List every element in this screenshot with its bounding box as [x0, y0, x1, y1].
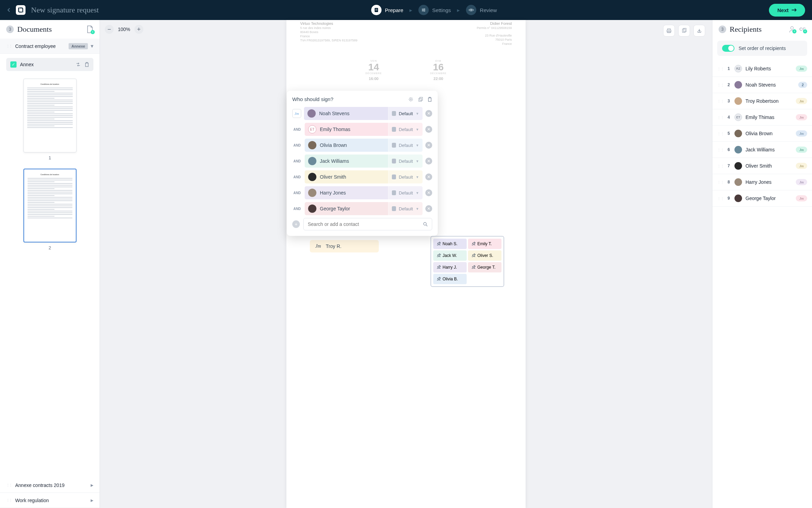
- document-item[interactable]: ⋮⋮ Annexe contracts 2019 ▸: [0, 478, 100, 493]
- signer-main[interactable]: ET Emily Thomas Default ▼: [305, 123, 423, 136]
- documents-panel: 3 Documents + ⋮⋮ Contract employee Annex…: [0, 20, 100, 508]
- signer-name: Emily Thomas: [320, 127, 350, 132]
- plus-icon: +: [803, 29, 807, 33]
- step-review[interactable]: Review: [466, 5, 497, 15]
- print-button[interactable]: [663, 25, 675, 37]
- signer-main[interactable]: George Taylor Default ▼: [305, 202, 423, 215]
- signer-default-dropdown[interactable]: Default ▼: [388, 155, 423, 168]
- drag-handle-icon[interactable]: ⋮⋮: [717, 180, 724, 184]
- back-arrow-icon[interactable]: [7, 8, 10, 12]
- remove-signer-button[interactable]: ✕: [425, 126, 432, 133]
- add-signer-button[interactable]: +: [292, 220, 300, 228]
- recipient-row[interactable]: ⋮⋮ 9 George Taylor Jm: [712, 190, 812, 207]
- sig-cell-jack[interactable]: ﬆJack W.: [433, 250, 467, 261]
- drag-handle-icon[interactable]: ⋮⋮: [717, 116, 724, 119]
- annex-item[interactable]: ✓ Annex: [6, 58, 93, 71]
- trash-icon[interactable]: [427, 97, 432, 102]
- recipients-title: Recipients: [730, 25, 762, 34]
- zoom-out-button[interactable]: −: [105, 25, 114, 34]
- add-document-button[interactable]: +: [87, 25, 93, 33]
- remove-signer-button[interactable]: ✕: [425, 110, 432, 117]
- signer-search-input[interactable]: [303, 218, 432, 230]
- document-item[interactable]: ⋮⋮ Work regulation ▸: [0, 493, 100, 508]
- sig-cell-oliver[interactable]: ﬆOliver S.: [468, 250, 501, 261]
- drag-handle-icon[interactable]: ⋮⋮: [6, 498, 12, 502]
- signer-default-dropdown[interactable]: Default ▼: [388, 170, 423, 183]
- page-thumbnail-1[interactable]: Conditions de location: [23, 79, 77, 152]
- signer-default-dropdown[interactable]: Default ▼: [388, 202, 423, 215]
- remove-signer-button[interactable]: ✕: [425, 189, 432, 196]
- add-recipient-button[interactable]: +: [789, 26, 795, 33]
- sig-cell-george[interactable]: ﬆGeorge T.: [468, 262, 501, 272]
- recipient-row[interactable]: ⋮⋮ 4 ET Emily Thimas Jm: [712, 109, 812, 126]
- signature-grid[interactable]: ﬆNoah S. ﬆEmily T. ﬆJack W. ﬆOliver S. ﬆ…: [430, 236, 504, 287]
- remove-signer-button[interactable]: ✕: [425, 205, 432, 212]
- sig-cell-emily[interactable]: ﬆEmily T.: [468, 239, 501, 249]
- recipient-row[interactable]: ⋮⋮ 8 Harry Jones Jm: [712, 174, 812, 190]
- chevron-right-icon[interactable]: ▸: [91, 497, 93, 504]
- chevron-down-icon[interactable]: ▾: [91, 43, 93, 49]
- sig-cell-noah[interactable]: ﬆNoah S.: [433, 239, 467, 249]
- sig-cell-harry[interactable]: ﬆHarry J.: [433, 262, 467, 272]
- trash-icon[interactable]: [84, 62, 89, 67]
- signer-default-dropdown[interactable]: Default ▼: [388, 123, 423, 136]
- signer-main[interactable]: Harry Jones Default ▼: [305, 186, 423, 199]
- signer-default-dropdown[interactable]: Default ▼: [388, 139, 423, 152]
- and-label: AND: [292, 143, 302, 147]
- recipient-row[interactable]: ⋮⋮ 3 Troy Robertson Jm: [712, 93, 812, 109]
- copy-icon[interactable]: [418, 97, 423, 102]
- signer-main[interactable]: Olivia Brown Default ▼: [305, 139, 423, 152]
- drag-handle-icon[interactable]: ⋮⋮: [717, 83, 724, 87]
- signer-row: AND Jack Williams Default ▼ ✕: [292, 155, 432, 168]
- next-button[interactable]: Next: [769, 4, 805, 17]
- start-date: VEN 14 DÉCEMBRE 16:00: [365, 59, 382, 81]
- drag-handle-icon[interactable]: ⋮⋮: [717, 132, 724, 136]
- recipient-name: Lily Roberts: [745, 66, 792, 71]
- zoom-in-button[interactable]: +: [134, 25, 143, 34]
- search-icon: [423, 222, 428, 227]
- drag-handle-icon[interactable]: ⋮⋮: [717, 164, 724, 168]
- chevron-right-icon[interactable]: ▸: [91, 482, 93, 488]
- square-icon: [392, 190, 396, 195]
- step-settings[interactable]: Settings: [418, 5, 451, 15]
- order-toggle[interactable]: [722, 45, 734, 52]
- recipient-row[interactable]: ⋮⋮ 7 Oliver Smith Jm: [712, 158, 812, 174]
- signature-field-troy[interactable]: Jm Troy R.: [310, 240, 379, 252]
- svg-rect-14: [419, 98, 422, 101]
- recipient-row[interactable]: ⋮⋮ 6 Jack Williams Jm: [712, 142, 812, 158]
- recipient-row[interactable]: ⋮⋮ 2 Noah Stevens 2: [712, 77, 812, 93]
- step-prepare[interactable]: Prepare: [371, 5, 403, 15]
- signer-default-dropdown[interactable]: Default ▼: [388, 107, 423, 120]
- sig-cell-olivia[interactable]: ﬆOlivia B.: [433, 274, 467, 284]
- drag-handle-icon[interactable]: ⋮⋮: [6, 44, 12, 48]
- drag-handle-icon[interactable]: ⋮⋮: [717, 148, 724, 152]
- download-button[interactable]: [693, 25, 705, 37]
- signer-main[interactable]: Noah Stevens Default ▼: [304, 107, 423, 120]
- drag-handle-icon[interactable]: ⋮⋮: [717, 67, 724, 71]
- drag-handle-icon[interactable]: ⋮⋮: [717, 99, 724, 103]
- order-toggle-label: Set order of recipients: [739, 46, 786, 51]
- add-cc-button[interactable]: CC +: [799, 26, 806, 33]
- search-field[interactable]: [308, 221, 423, 227]
- remove-signer-button[interactable]: ✕: [425, 142, 432, 149]
- signer-main[interactable]: Oliver Smith Default ▼: [305, 170, 423, 183]
- gear-icon[interactable]: [408, 97, 414, 102]
- drag-handle-icon[interactable]: ⋮⋮: [6, 483, 12, 487]
- step-settings-label: Settings: [432, 7, 451, 13]
- remove-signer-button[interactable]: ✕: [425, 173, 432, 180]
- review-icon: [466, 5, 476, 15]
- svg-point-3: [424, 9, 425, 10]
- avatar: [308, 157, 316, 165]
- document-item[interactable]: ⋮⋮ Contract employee Annexe ▾: [0, 39, 100, 54]
- signer-main[interactable]: Jack Williams Default ▼: [305, 155, 423, 168]
- remove-signer-button[interactable]: ✕: [425, 158, 432, 165]
- square-icon: [392, 206, 396, 211]
- page-thumbnail-2[interactable]: Conditions de location: [23, 169, 77, 242]
- recipient-row[interactable]: ⋮⋮ 1 RZ Lily Roberts Jm: [712, 61, 812, 77]
- recipient-badge: Jm: [796, 98, 807, 104]
- swap-icon[interactable]: [75, 62, 81, 67]
- signer-default-dropdown[interactable]: Default ▼: [388, 186, 423, 199]
- recipient-row[interactable]: ⋮⋮ 5 Olivia Brown Jm: [712, 126, 812, 142]
- drag-handle-icon[interactable]: ⋮⋮: [717, 197, 724, 200]
- copy-button[interactable]: [678, 25, 690, 37]
